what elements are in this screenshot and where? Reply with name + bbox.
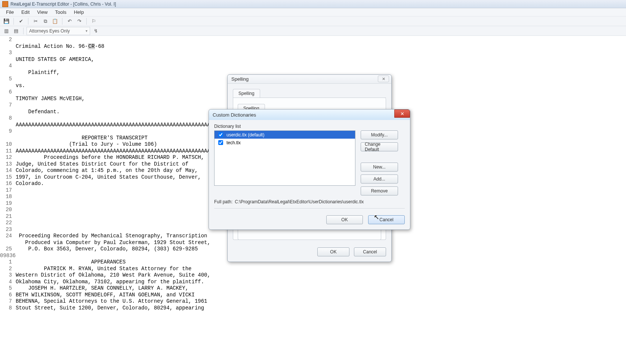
line-text: Criminal Action No. 96-CR-68 [16,43,104,50]
line-number: 21 [0,213,16,220]
line-text: 1997, in Courtroom C-204, United States … [16,174,201,181]
line-number: 7 [0,298,16,305]
line-text: APPEARANCES [16,259,126,266]
editor-line[interactable]: 3 [0,50,626,56]
line-number: 20 [0,207,16,213]
editor-line[interactable]: 7BEHENNA, Special Attorneys to the U.S. … [0,298,626,305]
line-number: 11 [0,148,16,155]
line-number [0,43,16,50]
cut-icon[interactable]: ✂ [31,17,40,25]
spelling-dialog-close-icon[interactable]: ✕ [378,75,389,82]
check-icon[interactable]: ✔ [17,17,25,25]
stamp-icon[interactable]: ▥ [2,27,10,35]
line-text: Proceeding Recorded by Mechanical Stenog… [16,233,207,240]
line-number [0,96,16,102]
flag-icon[interactable]: ⚐ [90,17,98,25]
line-text: AAAAAAAAAAAAAAAAAAAAAAAAAAAAAAAAAAAAAAAA… [16,148,220,155]
new-button[interactable]: New... [361,163,398,172]
menu-view[interactable]: View [33,9,51,16]
modify-button[interactable]: Modify... [361,130,398,139]
menu-tools[interactable]: Tools [51,9,70,16]
paste-icon[interactable]: 📋 [51,17,59,25]
combo-label: Attorneys Eyes Only [29,28,70,34]
editor-line[interactable]: UNITED STATES OF AMERICA, [0,56,626,63]
line-number: 15 [0,174,16,181]
wand-icon[interactable]: ↯ [92,27,100,35]
editor-line[interactable]: 4Oklahoma City, Oklahoma, 73102, appeari… [0,279,626,286]
app-icon [2,1,8,7]
line-number: 24 [0,233,16,240]
line-number: 9 [0,128,16,135]
line-number: 10 [0,141,16,148]
line-number: 2 [0,266,16,272]
copy-icon[interactable]: ⧉ [41,17,49,25]
title-bar: RealLegal E-Transcript Editor - [Collins… [0,0,626,8]
editor-line[interactable]: 4 [0,63,626,70]
editor-line[interactable]: 6BETH WILKINSON, SCOTT MENDELOFF, AITAN … [0,292,626,299]
line-number [0,240,16,246]
remove-button[interactable]: Remove [361,186,398,195]
line-text: TIMOTHY JAMES McVEIGH, [16,96,85,102]
toolbar-secondary: ▥ ▤ Attorneys Eyes Only ▾ ↯ [0,26,626,36]
spelling-dialog-title: Spelling [231,76,249,82]
editor-line[interactable]: 2 PATRICK M. RYAN, United States Attorne… [0,266,626,272]
line-text: Plaintiff, [16,70,60,76]
line-number: 23 [0,226,16,233]
fullpath-value: C:\ProgramData\RealLegal\EtxEditor\UserD… [235,199,364,204]
line-text: Oklahoma City, Oklahoma, 73102, appearin… [16,279,204,286]
menu-file[interactable]: File [2,9,18,16]
fullpath-label: Full path: [214,199,232,204]
dictionary-row[interactable]: tech.tlx [215,139,355,146]
spelling-dialog-title-bar[interactable]: Spelling ✕ [228,75,391,84]
line-text: P.O. Box 3563, Denver, Colorado, 80294, … [16,246,198,253]
line-text: REPORTER'S TRANSCRIPT [16,135,148,142]
line-number: 5 [0,285,16,292]
line-text: vs. [16,83,25,89]
dictionary-list[interactable]: userdic.tlx (default)tech.tlx [214,130,355,186]
cd-ok-button[interactable]: OK [326,215,363,224]
editor-line[interactable]: 5 JOSEPH H. HARTZLER, SEAN CONNELLY, LAR… [0,285,626,292]
editor-line[interactable]: 8Stout Street, Suite 1200, Denver, Color… [0,305,626,312]
dictionary-row[interactable]: userdic.tlx (default) [215,131,355,139]
spelling-ok-button[interactable]: OK [317,247,349,256]
line-text: BEHENNA, Special Attorneys to the U.S. A… [16,298,207,305]
editor-line[interactable]: 3Western District of Oklahoma, 210 West … [0,272,626,279]
line-text: Stout Street, Suite 1200, Denver, Colora… [16,305,204,312]
stamp-combo[interactable]: Attorneys Eyes Only ▾ [27,27,90,35]
editor-line[interactable]: Criminal Action No. 96-CR-68 [0,43,626,50]
line-number [0,135,16,142]
chevron-down-icon: ▾ [86,29,87,33]
redo-icon[interactable]: ↷ [75,17,83,25]
cd-title: Custom Dictionaries [213,112,256,118]
line-number [0,70,16,76]
change-default-button[interactable]: Change Default [361,142,398,151]
undo-icon[interactable]: ↶ [65,17,74,25]
line-number: 09836 [0,253,16,259]
cd-title-bar[interactable]: Custom Dictionaries ✕ [209,109,410,120]
menu-edit[interactable]: Edit [18,9,33,16]
line-number: 3 [0,272,16,279]
dictionary-checkbox[interactable] [218,140,223,145]
line-number: 5 [0,76,16,83]
dictionary-checkbox[interactable] [218,132,223,137]
line-number [0,83,16,89]
line-number: 6 [0,89,16,96]
add-button[interactable]: Add... [361,175,398,183]
spelling-tab[interactable]: Spelling [233,89,260,98]
line-text: Colorado. [16,181,44,187]
line-text: Produced via Computer by Paul Zuckerman,… [16,240,210,246]
editor-line[interactable]: 2 [0,37,626,43]
line-number: 22 [0,220,16,226]
line-number: 4 [0,279,16,286]
line-number: 3 [0,50,16,56]
menu-help[interactable]: Help [70,9,88,16]
spelling-cancel-button[interactable]: Cancel [354,247,386,256]
line-number [0,122,16,129]
custom-dictionaries-dialog: Custom Dictionaries ✕ Dictionary list us… [209,109,410,230]
stamp2-icon[interactable]: ▤ [12,27,20,35]
line-number [0,56,16,63]
save-icon[interactable]: 💾 [2,17,10,25]
dictionary-label: tech.tlx [226,140,241,145]
line-text: JOSEPH H. HARTZLER, SEAN CONNELLY, LARRY… [16,285,188,292]
cd-close-icon[interactable]: ✕ [394,109,410,118]
